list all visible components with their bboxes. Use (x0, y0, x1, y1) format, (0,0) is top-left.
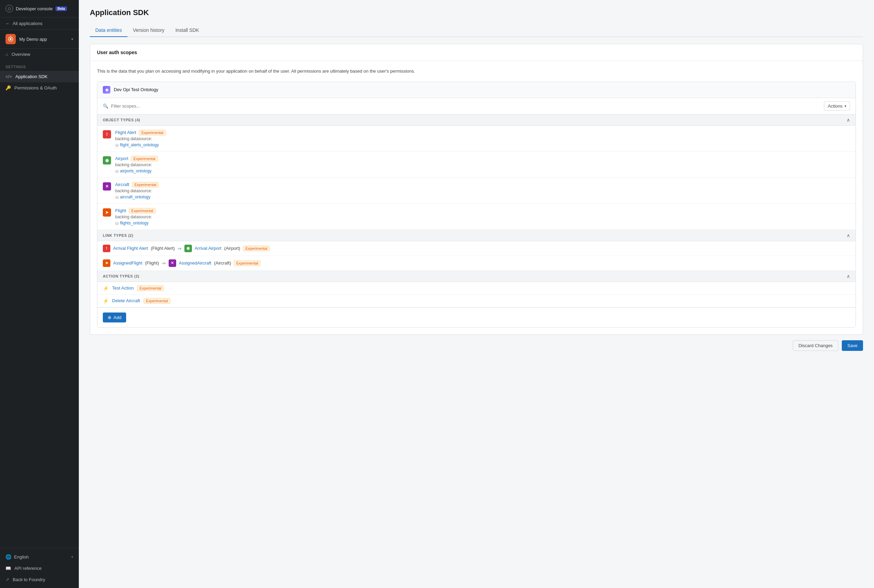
flight-name[interactable]: Flight (115, 208, 126, 213)
key-icon: 🔑 (6, 86, 11, 90)
user-auth-scopes-card: User auth scopes This is the data that y… (90, 44, 863, 335)
aircraft-content: Aircraft Experimental backing datasource… (115, 182, 850, 200)
delete-aircraft-badge: Experimental (144, 298, 170, 304)
sidebar-item-label: Overview (12, 52, 30, 57)
sidebar-item-api-reference[interactable]: 📖 API reference (0, 562, 79, 574)
page-title: Application SDK (90, 8, 863, 17)
test-action-badge: Experimental (137, 285, 164, 291)
globe-icon: 🌐 (6, 554, 11, 560)
delete-aircraft-name[interactable]: Delete Aircraft (112, 298, 140, 303)
sidebar-bottom: 🌐 English ▾ 📖 API reference ↗ Back to Fo… (0, 548, 79, 588)
settings-section-label: SETTINGS (0, 60, 79, 71)
airport-datasource-label: backing datasource: (115, 162, 850, 167)
flight-icon: ➤ (103, 208, 111, 216)
arrival-airport-name[interactable]: Arrival Airport (195, 246, 221, 251)
code-icon: </> (6, 74, 12, 79)
link-type-assigned-flight: ➤ AssignedFlight (Flight) ⇒ ✕ AssignedAi… (97, 256, 856, 271)
assigned-aircraft-icon: ✕ (169, 260, 176, 267)
search-icon: 🔍 (103, 104, 108, 109)
flight-alert-content: Flight Alert Experimental backing dataso… (115, 130, 850, 147)
ontology-header: ◈ Dev Opi Test Ontology (97, 82, 856, 98)
airport-badge: Experimental (131, 156, 158, 161)
ontology-container: ◈ Dev Opi Test Ontology 🔍 Actions ▾ OBJE… (97, 81, 856, 328)
object-type-airport: ◉ Airport Experimental backing datasourc… (97, 152, 856, 178)
datasource-icon: 🗂 (115, 195, 120, 199)
actions-button[interactable]: Actions ▾ (824, 101, 850, 111)
lang-chevron-icon: ▾ (71, 555, 74, 559)
assigned-aircraft-parent: (Aircraft) (214, 260, 231, 266)
action-type-delete-aircraft: ⚡ Delete Aircraft Experimental (97, 295, 856, 308)
sidebar-item-label: Application SDK (15, 74, 48, 79)
console-icon: ⬡ (6, 5, 13, 12)
app-selector[interactable]: My Demo app ▾ (0, 30, 79, 49)
sidebar: ⬡ Developer console Beta ← All applicati… (0, 0, 79, 588)
tab-install-sdk[interactable]: Install SDK (170, 24, 204, 37)
flight-alert-icon: ! (103, 130, 111, 138)
arrival-airport-icon: ◉ (185, 244, 192, 252)
back-to-all-apps[interactable]: ← All applications (0, 18, 79, 30)
sidebar-header: ⬡ Developer console Beta (0, 0, 79, 18)
object-type-aircraft: ✕ Aircraft Experimental backing datasour… (97, 178, 856, 204)
filter-scopes-input[interactable] (111, 104, 824, 109)
aircraft-datasource-label: backing datasource: (115, 189, 850, 193)
assigned-aircraft-name[interactable]: AssignedAircraft (179, 260, 212, 266)
arrival-link-badge: Experimental (243, 246, 270, 251)
actions-chevron-icon: ▾ (844, 104, 846, 108)
aircraft-name[interactable]: Aircraft (115, 182, 129, 187)
console-title: Developer console (16, 6, 53, 11)
card-header: User auth scopes (90, 44, 863, 61)
link-types-collapse-icon[interactable]: ∧ (847, 232, 850, 238)
flight-alert-datasource-label: backing datasource: (115, 136, 850, 141)
tab-data-entities[interactable]: Data entities (90, 24, 128, 37)
airport-content: Airport Experimental backing datasource:… (115, 156, 850, 173)
arrival-flight-alert-icon: ! (103, 244, 110, 252)
sidebar-item-back-to-foundry[interactable]: ↗ Back to Foundry (0, 574, 79, 585)
sidebar-item-permissions[interactable]: 🔑 Permissions & OAuth (0, 82, 79, 93)
sidebar-item-app-sdk[interactable]: </> Application SDK (0, 71, 79, 82)
action-icon-delete: ⚡ (103, 298, 109, 304)
discard-changes-button[interactable]: Discard Changes (793, 340, 839, 351)
airport-datasource-link[interactable]: airports_ontology (120, 169, 152, 173)
datasource-icon: 🗂 (115, 143, 120, 147)
airport-icon: ◉ (103, 156, 111, 165)
book-icon: 📖 (6, 566, 11, 571)
object-type-flight-alert: ! Flight Alert Experimental backing data… (97, 126, 856, 152)
flight-alert-datasource-link[interactable]: flight_alerts_ontology (120, 142, 159, 147)
assigned-flight-parent: (Flight) (145, 260, 159, 266)
aircraft-datasource-link[interactable]: aircraft_ontology (120, 195, 150, 200)
app-name: My Demo app (19, 37, 71, 42)
tabs-bar: Data entities Version history Install SD… (90, 24, 863, 37)
action-types-collapse-icon[interactable]: ∧ (847, 273, 850, 279)
link-types-section-header: LINK TYPES (2) ∧ (97, 230, 856, 241)
ontology-icon: ◈ (103, 86, 110, 93)
datasource-icon: 🗂 (115, 221, 120, 225)
back-arrow-icon: ← (6, 21, 10, 26)
footer-actions: Discard Changes Save (90, 335, 863, 352)
datasource-icon: 🗂 (115, 169, 120, 173)
action-types-title: ACTION TYPES (2) (103, 274, 140, 278)
assigned-flight-name[interactable]: AssignedFlight (113, 260, 142, 266)
save-button[interactable]: Save (842, 340, 863, 351)
link-arrow-icon-2: ⇒ (162, 260, 166, 266)
flight-datasource-link[interactable]: flights_ontology (120, 220, 149, 225)
api-reference-label: API reference (14, 566, 42, 571)
card-header-title: User auth scopes (97, 50, 137, 55)
home-icon: ⌂ (6, 52, 8, 57)
object-types-collapse-icon[interactable]: ∧ (847, 117, 850, 123)
sidebar-item-overview[interactable]: ⌂ Overview (0, 49, 79, 60)
action-type-test-action: ⚡ Test Action Experimental (97, 282, 856, 295)
add-button[interactable]: ⊕ Add (103, 312, 126, 322)
ontology-name: Dev Opi Test Ontology (114, 87, 158, 92)
flight-alert-name[interactable]: Flight Alert (115, 130, 136, 135)
flight-content: Flight Experimental backing datasource: … (115, 208, 850, 225)
beta-badge: Beta (56, 6, 67, 11)
language-selector[interactable]: 🌐 English ▾ (0, 551, 79, 562)
aircraft-badge: Experimental (132, 182, 159, 188)
add-plus-icon: ⊕ (108, 315, 111, 320)
arrival-flight-alert-parent: (Flight Alert) (151, 246, 175, 251)
tab-version-history[interactable]: Version history (128, 24, 170, 37)
add-label: Add (113, 315, 121, 320)
airport-name[interactable]: Airport (115, 156, 128, 161)
test-action-name[interactable]: Test Action (112, 285, 134, 291)
arrival-flight-alert-name[interactable]: Arrival Flight Alert (113, 246, 148, 251)
